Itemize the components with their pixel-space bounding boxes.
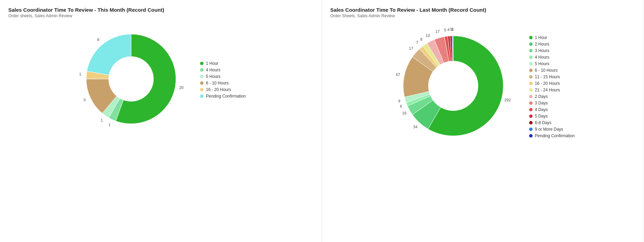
svg-text:67: 67 xyxy=(396,72,400,77)
legend-item: 21 - 24 Hours xyxy=(529,88,575,92)
legend-item: 3 Hours xyxy=(529,48,575,53)
legend-item: 5 Hours xyxy=(529,61,575,66)
legend-label: Pending Confirmation xyxy=(206,94,246,99)
svg-text:13: 13 xyxy=(425,33,429,38)
legend-dot xyxy=(200,62,204,65)
right-legend: 1 Hour2 Hours3 Hours4 Hours5 Hours6 - 10… xyxy=(529,35,575,138)
legend-item: 9 or More Days xyxy=(529,127,575,132)
right-chart-area: 292341669671778131754311 1 Hour2 Hours3 … xyxy=(330,24,636,149)
legend-dot xyxy=(529,62,533,65)
svg-text:16: 16 xyxy=(402,111,406,115)
legend-item: 5 Hours xyxy=(200,74,246,79)
legend-dot xyxy=(529,101,533,105)
legend-dot xyxy=(529,128,533,131)
legend-dot xyxy=(200,75,204,78)
legend-dot xyxy=(200,68,204,72)
legend-dot xyxy=(529,69,533,72)
legend-label: 2 Hours xyxy=(535,42,549,47)
legend-item: 4 Hours xyxy=(200,68,246,72)
right-subtitle: Order Sheets, Sales Admin Review xyxy=(330,13,636,18)
legend-dot xyxy=(529,56,533,59)
legend-label: 4 Hours xyxy=(206,68,220,72)
svg-text:17: 17 xyxy=(435,29,439,33)
svg-text:1: 1 xyxy=(79,72,81,76)
legend-dot xyxy=(529,114,533,118)
svg-text:1: 1 xyxy=(452,27,454,31)
legend-item: 6 - 10 Hours xyxy=(200,81,246,85)
legend-dot xyxy=(200,81,204,85)
legend-item: 2 Hours xyxy=(529,42,575,47)
legend-label: 5 Hours xyxy=(535,61,549,66)
legend-item: 2 Days xyxy=(529,94,575,99)
left-subtitle: Order sheets, Sales Admin Review xyxy=(8,13,314,18)
legend-dot xyxy=(200,94,204,98)
left-chart-area: 2011518 1 Hour4 Hours5 Hours6 - 10 Hours… xyxy=(8,24,314,135)
legend-label: 16 - 20 Hours xyxy=(206,87,231,92)
legend-label: 1 Hour xyxy=(535,35,547,40)
legend-label: 1 Hour xyxy=(206,61,218,66)
left-title: Sales Coordinator Time To Review - This … xyxy=(8,7,314,13)
legend-label: 2 Days xyxy=(535,94,548,99)
legend-label: 11 - 15 Hours xyxy=(535,74,560,79)
legend-label: 3 Days xyxy=(535,101,548,105)
legend-item: 3 Days xyxy=(529,101,575,105)
svg-text:5: 5 xyxy=(84,98,86,102)
legend-item: 6 - 10 Hours xyxy=(529,68,575,73)
legend-label: 6-8 Days xyxy=(535,120,552,125)
legend-item: Pending Confirmation xyxy=(529,133,575,138)
right-title: Sales Coordinator Time To Review - Last … xyxy=(330,7,636,13)
svg-text:8: 8 xyxy=(420,37,422,41)
legend-dot xyxy=(529,95,533,98)
legend-dot xyxy=(529,82,533,85)
legend-label: 3 Hours xyxy=(535,48,549,53)
legend-item: 1 Hour xyxy=(200,61,246,66)
legend-dot xyxy=(529,134,533,138)
svg-text:4: 4 xyxy=(447,28,449,32)
svg-text:7: 7 xyxy=(416,40,418,44)
legend-item: 16 - 20 Hours xyxy=(529,81,575,86)
legend-item: 5 Days xyxy=(529,114,575,119)
left-panel: Sales Coordinator Time To Review - This … xyxy=(0,0,322,242)
legend-dot xyxy=(529,121,533,124)
left-legend: 1 Hour4 Hours5 Hours6 - 10 Hours16 - 20 … xyxy=(200,61,246,99)
legend-dot xyxy=(529,108,533,111)
legend-item: 1 Hour xyxy=(529,35,575,40)
svg-text:1: 1 xyxy=(101,118,103,122)
svg-text:17: 17 xyxy=(409,46,413,50)
right-donut: 292341669671778131754311 xyxy=(391,24,515,149)
legend-label: 6 - 10 Hours xyxy=(535,68,558,73)
svg-text:20: 20 xyxy=(179,85,184,90)
legend-label: 5 Days xyxy=(535,114,548,119)
legend-item: 4 Days xyxy=(529,107,575,112)
left-donut: 2011518 xyxy=(76,24,186,135)
legend-dot xyxy=(529,49,533,52)
legend-item: 11 - 15 Hours xyxy=(529,74,575,79)
svg-text:292: 292 xyxy=(504,98,511,102)
right-panel: Sales Coordinator Time To Review - Last … xyxy=(322,0,644,242)
svg-text:1: 1 xyxy=(108,123,110,127)
legend-dot xyxy=(529,88,533,92)
legend-label: 9 or More Days xyxy=(535,127,563,132)
legend-label: 5 Hours xyxy=(206,74,220,79)
legend-label: Pending Confirmation xyxy=(535,133,575,138)
legend-dot xyxy=(200,88,204,91)
svg-text:9: 9 xyxy=(398,99,400,103)
legend-item: 16 - 20 Hours xyxy=(200,87,246,92)
legend-dot xyxy=(529,75,533,79)
legend-item: 6-8 Days xyxy=(529,120,575,125)
legend-dot xyxy=(529,36,533,39)
legend-label: 4 Hours xyxy=(535,55,549,60)
svg-text:6: 6 xyxy=(400,104,402,108)
svg-text:34: 34 xyxy=(413,125,417,129)
legend-label: 4 Days xyxy=(535,107,548,112)
legend-label: 21 - 24 Hours xyxy=(535,88,560,92)
legend-dot xyxy=(529,42,533,46)
legend-item: 4 Hours xyxy=(529,55,575,60)
legend-label: 6 - 10 Hours xyxy=(206,81,229,85)
legend-item: Pending Confirmation xyxy=(200,94,246,99)
svg-text:5: 5 xyxy=(444,28,446,32)
legend-label: 16 - 20 Hours xyxy=(535,81,560,86)
svg-text:8: 8 xyxy=(97,38,99,42)
